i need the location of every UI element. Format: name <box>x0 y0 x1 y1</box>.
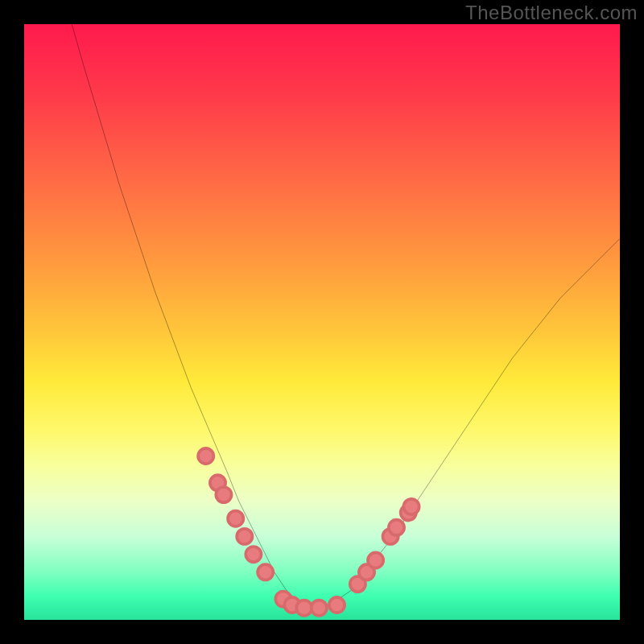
highlight-dot <box>258 564 273 580</box>
highlight-dot <box>198 448 213 464</box>
highlight-dot <box>296 601 312 616</box>
highlight-dot <box>329 597 345 613</box>
highlight-dot <box>216 487 231 502</box>
watermark-text: TheBottleneck.com <box>465 2 638 24</box>
highlight-dot <box>228 511 243 526</box>
chart-frame: TheBottleneck.com <box>0 0 644 644</box>
highlight-dot <box>389 520 404 535</box>
highlight-dots <box>198 448 419 616</box>
highlight-dot <box>312 601 327 616</box>
highlight-dot <box>246 547 261 562</box>
bottleneck-curve <box>72 24 620 608</box>
highlight-dot <box>237 529 252 544</box>
plot-area <box>24 24 620 620</box>
curve-svg <box>24 24 620 620</box>
highlight-dot <box>403 499 419 514</box>
highlight-dot <box>368 552 383 568</box>
